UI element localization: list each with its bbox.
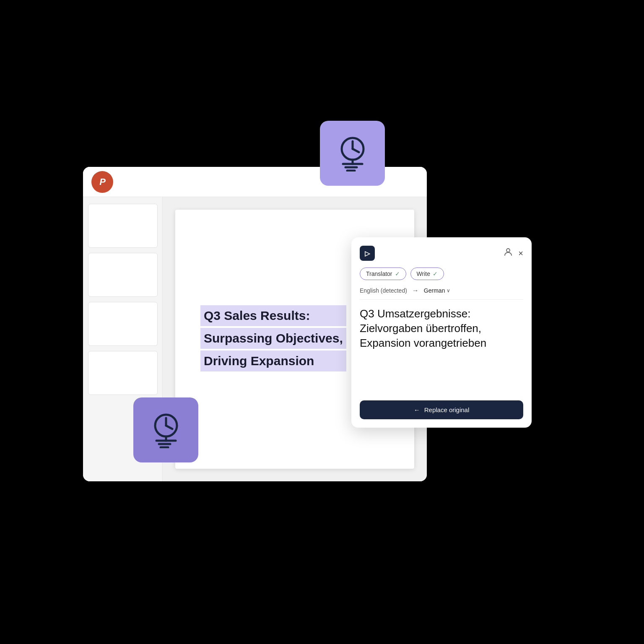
target-language-label: German <box>424 287 445 294</box>
translation-panel: ▷ × Translator ✓ Write ✓ <box>351 237 532 428</box>
icon-box-bottom <box>133 397 198 462</box>
translator-pill-check: ✓ <box>395 270 400 277</box>
write-pill-label: Write <box>417 270 430 277</box>
slide-title-line-3: Driving Expansion <box>200 351 346 371</box>
scene: P Q3 Sales Results: Surpassing Objective… <box>70 91 574 553</box>
user-icon[interactable] <box>503 247 513 260</box>
language-selector: English (detected) → German ∨ <box>360 287 523 300</box>
replace-original-button[interactable]: ← Replace original <box>360 400 523 419</box>
slide-thumb-3[interactable] <box>88 302 158 346</box>
slide-title-line-2: Surpassing Objectives, <box>200 328 346 349</box>
translator-pill[interactable]: Translator ✓ <box>360 267 406 280</box>
panel-header: ▷ × <box>360 246 523 261</box>
panel-logo: ▷ <box>360 246 375 261</box>
svg-line-2 <box>353 149 359 152</box>
presentation-chart-icon-top <box>334 134 371 173</box>
svg-point-14 <box>506 249 510 252</box>
slide-title-line-1: Q3 Sales Results: <box>200 305 346 326</box>
slide-thumb-1[interactable] <box>88 204 158 248</box>
icon-box-top <box>320 121 385 186</box>
svg-line-9 <box>166 426 172 429</box>
powerpoint-logo: P <box>91 171 113 193</box>
translated-text: Q3 Umsatzergebnisse: Zielvorgaben übertr… <box>360 306 523 390</box>
language-chevron-icon: ∨ <box>447 288 450 293</box>
translator-pill-label: Translator <box>366 270 392 277</box>
source-language-label: English (detected) <box>360 287 407 294</box>
mode-pills: Translator ✓ Write ✓ <box>360 267 523 280</box>
slide-thumb-2[interactable] <box>88 253 158 297</box>
write-pill[interactable]: Write ✓ <box>410 267 444 280</box>
panel-logo-symbol: ▷ <box>365 249 370 257</box>
close-icon[interactable]: × <box>518 249 523 258</box>
language-arrow: → <box>412 287 419 294</box>
target-language-selector[interactable]: German ∨ <box>424 287 451 294</box>
presentation-chart-icon-bottom <box>147 410 185 450</box>
slide-thumb-4[interactable] <box>88 351 158 395</box>
replace-button-label: Replace original <box>424 406 470 413</box>
slide-title-container: Q3 Sales Results: Surpassing Objectives,… <box>200 305 346 373</box>
panel-actions: × <box>503 247 523 260</box>
write-pill-check: ✓ <box>433 270 438 277</box>
replace-arrow-icon: ← <box>414 406 420 413</box>
